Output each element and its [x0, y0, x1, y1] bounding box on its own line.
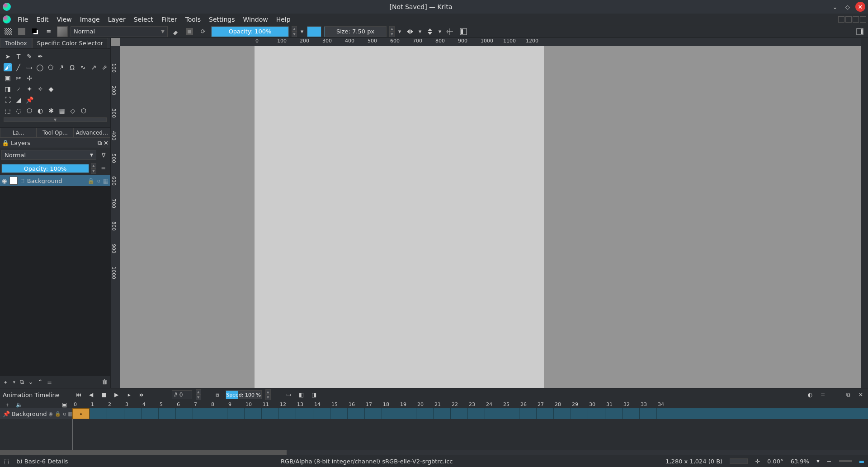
add-track-button[interactable]: ＋ [3, 400, 12, 409]
opacity-spin[interactable]: ▲▼ [292, 26, 297, 37]
onion-skin-button[interactable]: ▭ [284, 390, 293, 399]
mirror-h-button[interactable] [405, 26, 415, 37]
layer-opacity-spin[interactable]: ▲▼ [91, 163, 96, 174]
line-tool[interactable]: ╱ [14, 63, 23, 71]
bezier-tool[interactable]: Ω [68, 63, 76, 71]
color-picker-tool[interactable]: ⟋ [14, 85, 23, 93]
edit-shapes-tool[interactable]: ✎ [25, 52, 33, 61]
speed-spin[interactable]: ▲▼ [265, 389, 271, 400]
move-down-button[interactable]: ⌄ [28, 378, 33, 385]
tab-advanced-color[interactable]: Advanced Color Sel… [74, 128, 110, 138]
zoom-slider[interactable] [839, 460, 852, 462]
freehand-select-tool[interactable]: ◐ [36, 107, 44, 115]
workspace-button-3[interactable] [853, 16, 859, 23]
polyline-tool[interactable]: ⭷ [57, 63, 66, 71]
freehand-brush-tool[interactable]: 🖌 [4, 63, 12, 71]
zoom-button[interactable]: ▣ [60, 400, 69, 409]
menu-tools[interactable]: Tools [181, 16, 205, 23]
timeline-horizontal-scrollbar[interactable] [0, 450, 868, 455]
opacity-slider[interactable]: Opacity: 100% [211, 26, 289, 37]
reload-button[interactable]: ⟳ [198, 26, 208, 37]
menu-layer[interactable]: Layer [104, 16, 130, 23]
ellipse-select-tool[interactable]: ◌ [14, 107, 23, 115]
size-dropdown[interactable]: ▾ [397, 26, 402, 37]
wrap-button[interactable] [444, 26, 455, 37]
menu-settings[interactable]: Settings [205, 16, 239, 23]
props-icon[interactable]: ▦ [103, 177, 108, 184]
first-frame-button[interactable]: ⏮ [74, 390, 83, 399]
frame-ruler[interactable]: 0123456789101112131415161718192021222324… [72, 401, 868, 408]
polygon-select-tool[interactable]: ⬠ [25, 107, 33, 115]
reference-tool[interactable]: 📌 [25, 96, 33, 104]
zoom-dropdown[interactable]: ▼ [816, 459, 820, 463]
play-button[interactable]: ▶ [112, 390, 121, 399]
menu-image[interactable]: Image [76, 16, 104, 23]
lock-icon[interactable]: 🔒 [87, 177, 94, 184]
fill-tool[interactable]: ◆ [47, 85, 55, 93]
float-icon[interactable]: ⧉ [98, 140, 102, 147]
tab-tool-options[interactable]: Tool Op… [37, 128, 73, 138]
timeline-track-header[interactable]: 📌 Background ◉ 🔒 α ▦ [0, 408, 72, 419]
clip-end-button[interactable]: ◨ [310, 390, 319, 399]
frame-track[interactable] [72, 408, 868, 419]
foreground-color-swatch[interactable] [307, 26, 321, 37]
blend-mode-select[interactable]: Normal ▼ [71, 26, 168, 37]
menu-help[interactable]: Help [272, 16, 295, 23]
last-frame-button[interactable]: ⏭ [137, 390, 146, 399]
close-dock-button[interactable]: ✕ [856, 390, 865, 399]
menu-file[interactable]: File [14, 16, 32, 23]
drop-frame-button[interactable]: ⧈ [213, 390, 222, 399]
polygon-tool[interactable]: ⬠ [47, 63, 55, 71]
audio-button[interactable]: ◐ [806, 390, 815, 399]
gradient-button[interactable] [3, 26, 14, 37]
tab-layers-short[interactable]: La… [0, 128, 37, 138]
fgbg-button[interactable] [30, 26, 41, 37]
speed-slider[interactable]: Speed: 100 % [226, 390, 262, 399]
next-frame-button[interactable]: ▸ [125, 390, 134, 399]
document-canvas[interactable] [255, 46, 544, 388]
audio-track-button[interactable]: 🔈 [14, 400, 24, 409]
mirror-h-dropdown[interactable]: ▾ [418, 26, 422, 37]
multi-brush-tool[interactable]: ⇗ [100, 63, 108, 71]
selection-icon[interactable]: ⬚ [4, 458, 9, 465]
alpha-lock-button[interactable] [184, 26, 195, 37]
visibility-icon[interactable]: ◉ [2, 177, 7, 184]
menu-filter[interactable]: Filter [157, 16, 181, 23]
rect-select-tool[interactable]: ⬚ [4, 107, 12, 115]
zoom-in-button[interactable]: ▬ [859, 458, 864, 465]
workspace-layout-button[interactable] [854, 26, 865, 37]
crop-tool[interactable]: ✂ [14, 74, 23, 82]
menu-window[interactable]: Window [239, 16, 272, 23]
alpha-icon[interactable]: α [63, 411, 66, 417]
maximize-button[interactable]: ◇ [843, 2, 853, 12]
ellipse-tool[interactable]: ◯ [36, 63, 44, 71]
move-layer-tool[interactable]: ✢ [25, 74, 33, 82]
layer-properties-button[interactable]: ≡ [47, 378, 52, 385]
add-layer-dropdown[interactable]: ▾ [13, 380, 15, 384]
float-button[interactable]: ⧉ [844, 390, 853, 399]
add-layer-button[interactable]: ＋ [3, 378, 9, 386]
toolbox-expander[interactable]: ▼ [4, 117, 107, 122]
lock-icon[interactable]: 🔒 [55, 411, 61, 417]
minimize-button[interactable]: ⌄ [830, 2, 840, 12]
rectangle-tool[interactable]: ▭ [25, 63, 33, 71]
status-angle[interactable]: 0.00° [767, 458, 783, 465]
pattern-tool[interactable]: ✦ [25, 85, 33, 93]
workspace-chooser-button[interactable] [458, 26, 469, 37]
calligraphy-tool[interactable]: ✒ [36, 52, 44, 61]
visibility-icon[interactable]: ◉ [49, 411, 53, 417]
playhead[interactable] [72, 419, 73, 450]
workspace-button-4[interactable] [860, 16, 866, 23]
workspace-button-1[interactable] [838, 16, 844, 23]
layer-blend-select[interactable]: Normal ▼ [1, 150, 96, 160]
menu-select[interactable]: Select [130, 16, 157, 23]
layer-menu-icon[interactable]: ≡ [98, 163, 109, 174]
transform-tool[interactable]: ▣ [4, 74, 12, 82]
settings-button[interactable]: ≡ [818, 390, 827, 399]
pattern-button[interactable] [16, 26, 27, 37]
contiguous-select-tool[interactable]: ✱ [47, 107, 55, 115]
measure-tool[interactable]: ◢ [14, 96, 23, 104]
freehand-path-tool[interactable]: ∿ [79, 63, 87, 71]
close-panel-icon[interactable]: ✕ [104, 140, 108, 146]
layer-item[interactable]: ◉ ⬚ Background 🔒 α ▦ [0, 175, 110, 186]
